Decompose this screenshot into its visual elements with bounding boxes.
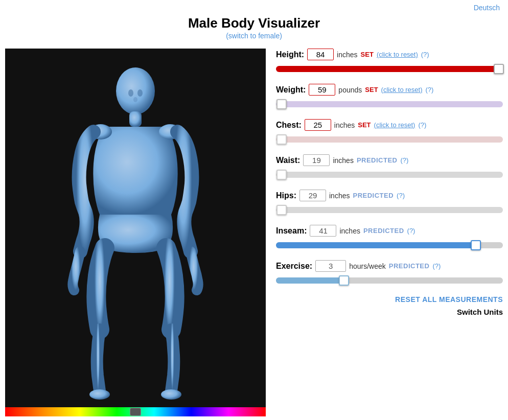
top-right-lang: Deutsch xyxy=(0,0,508,12)
svg-point-0 xyxy=(116,67,155,114)
exercise-status: PREDICTED xyxy=(389,262,430,270)
exercise-track xyxy=(276,277,503,284)
switch-units-button[interactable]: Switch Units xyxy=(457,308,503,316)
hips-track xyxy=(276,207,503,213)
chest-help[interactable]: (?) xyxy=(418,121,426,129)
inseam-slider-container xyxy=(276,240,503,251)
weight-slider-thumb[interactable] xyxy=(276,99,287,109)
page-header: Male Body Visualizer (switch to female) xyxy=(0,12,508,43)
waist-track xyxy=(276,172,503,178)
waist-row: Waist: inches PREDICTED (?) xyxy=(276,154,503,180)
exercise-label: Exercise: xyxy=(276,262,312,271)
chest-track xyxy=(276,136,503,143)
hips-unit: inches xyxy=(329,192,350,200)
weight-input[interactable] xyxy=(309,84,335,96)
height-slider-thumb[interactable] xyxy=(494,64,504,74)
waist-help[interactable]: (?) xyxy=(401,156,409,164)
inseam-unit: inches xyxy=(339,227,360,235)
weight-row: Weight: pounds SET (click to reset) (?) xyxy=(276,84,503,110)
reset-all-button[interactable]: RESET ALL MEASUREMENTS xyxy=(395,295,503,304)
inseam-fill xyxy=(276,242,476,248)
weight-slider-container xyxy=(276,99,503,110)
chest-unit: inches xyxy=(334,121,355,129)
svg-point-8 xyxy=(133,97,137,102)
inseam-help[interactable]: (?) xyxy=(407,227,415,235)
switch-gender-link[interactable]: (switch to female) xyxy=(226,32,282,40)
body-image-container xyxy=(5,49,266,416)
waist-slider-container xyxy=(276,169,503,180)
chest-reset[interactable]: (click to reset) xyxy=(374,121,415,129)
waist-status: PREDICTED xyxy=(357,156,398,164)
page-title: Male Body Visualizer xyxy=(0,15,508,31)
height-label: Height: xyxy=(276,50,304,59)
exercise-row: Exercise: hours/week PREDICTED (?) xyxy=(276,260,503,286)
visualizer-panel xyxy=(5,49,266,416)
hips-status: PREDICTED xyxy=(353,192,394,199)
inseam-input[interactable] xyxy=(310,225,336,237)
hips-input[interactable] xyxy=(299,190,326,201)
hips-help[interactable]: (?) xyxy=(397,192,405,199)
main-content: Height: inches SET (click to reset) (?) … xyxy=(0,43,508,420)
bottom-buttons: RESET ALL MEASUREMENTS Switch Units xyxy=(276,295,503,316)
chest-status: SET xyxy=(358,121,371,129)
colorbar-thumb[interactable] xyxy=(130,408,141,416)
inseam-row: Inseam: inches PREDICTED (?) xyxy=(276,225,503,251)
svg-rect-1 xyxy=(129,111,142,127)
exercise-fill xyxy=(276,277,344,284)
weight-unit: pounds xyxy=(338,86,362,94)
body-svg xyxy=(49,56,222,409)
hips-label: Hips: xyxy=(276,191,296,200)
weight-track xyxy=(276,101,503,107)
inseam-track xyxy=(276,242,503,248)
waist-input[interactable] xyxy=(303,154,330,166)
waist-unit: inches xyxy=(333,156,353,165)
exercise-input[interactable] xyxy=(315,260,346,272)
weight-status: SET xyxy=(365,86,378,94)
chest-slider-thumb[interactable] xyxy=(276,134,287,145)
height-status: SET xyxy=(361,51,374,58)
height-track xyxy=(276,66,503,72)
chest-slider-container xyxy=(276,134,503,145)
body-figure xyxy=(5,49,266,416)
chest-input[interactable] xyxy=(305,119,331,131)
waist-slider-thumb[interactable] xyxy=(276,170,287,180)
inseam-slider-thumb[interactable] xyxy=(471,240,481,250)
exercise-unit: hours/week xyxy=(349,262,386,270)
height-reset[interactable]: (click to reset) xyxy=(377,51,418,58)
chest-label: Chest: xyxy=(276,121,302,130)
height-help[interactable]: (?) xyxy=(421,51,429,58)
weight-label: Weight: xyxy=(276,85,306,95)
exercise-slider-thumb[interactable] xyxy=(339,275,349,286)
weight-reset[interactable]: (click to reset) xyxy=(381,86,423,94)
hips-slider-thumb[interactable] xyxy=(276,205,287,215)
waist-label: Waist: xyxy=(276,156,300,165)
controls-panel: Height: inches SET (click to reset) (?) … xyxy=(276,49,503,416)
height-unit: inches xyxy=(337,51,357,59)
height-input[interactable] xyxy=(307,49,334,60)
hips-slider-container xyxy=(276,204,503,216)
svg-point-4 xyxy=(89,389,110,400)
svg-point-5 xyxy=(161,389,181,400)
height-slider-container xyxy=(276,63,503,75)
inseam-status: PREDICTED xyxy=(363,227,404,235)
weight-help[interactable]: (?) xyxy=(426,86,434,94)
svg-point-7 xyxy=(137,89,143,97)
inseam-label: Inseam: xyxy=(276,226,307,236)
exercise-slider-container xyxy=(276,275,503,286)
lang-link[interactable]: Deutsch xyxy=(474,4,500,12)
exercise-help[interactable]: (?) xyxy=(432,262,441,270)
height-row: Height: inches SET (click to reset) (?) xyxy=(276,49,503,75)
chest-row: Chest: inches SET (click to reset) (?) xyxy=(276,119,503,145)
svg-point-6 xyxy=(128,89,133,97)
hips-row: Hips: inches PREDICTED (?) xyxy=(276,190,503,216)
